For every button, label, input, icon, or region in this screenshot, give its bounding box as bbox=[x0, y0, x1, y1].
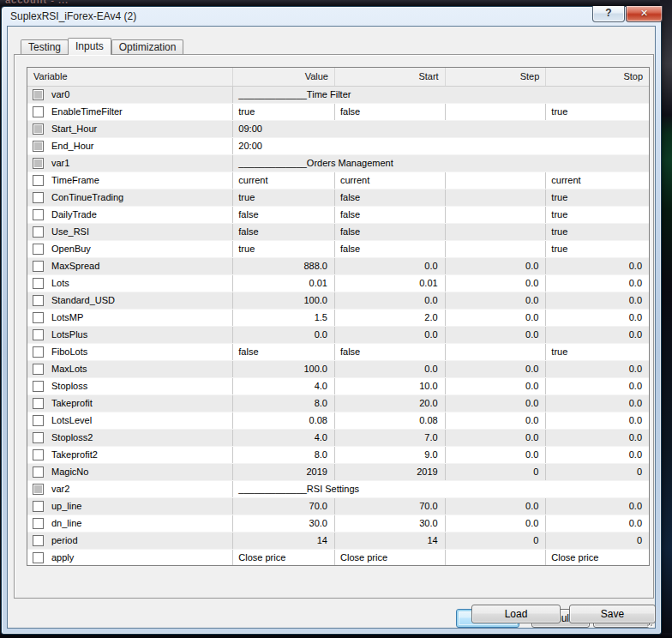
table-row-Standard_USD[interactable]: Standard_USD100.00.00.00.0 bbox=[27, 292, 649, 310]
optimize-checkbox[interactable] bbox=[33, 123, 44, 135]
table-row-Use_RSI[interactable]: Use_RSIfalsefalsetrue bbox=[27, 224, 649, 241]
start-cell[interactable]: 0.0 bbox=[334, 327, 445, 343]
step-cell[interactable]: 0.0 bbox=[445, 361, 546, 377]
value-cell[interactable]: 4.0 bbox=[232, 430, 334, 446]
table-row-MaxLots[interactable]: MaxLots100.00.00.00.0 bbox=[27, 361, 649, 378]
step-cell[interactable] bbox=[445, 207, 546, 223]
stop-cell[interactable]: 0.0 bbox=[545, 310, 649, 326]
table-row-Start_Hour[interactable]: Start_Hour09:00 bbox=[27, 121, 649, 138]
optimize-checkbox[interactable] bbox=[33, 158, 44, 169]
value-cell[interactable]: 2019 bbox=[232, 464, 334, 480]
start-cell[interactable]: false bbox=[334, 104, 445, 120]
start-cell[interactable]: false bbox=[334, 344, 445, 360]
start-cell[interactable]: false bbox=[334, 224, 445, 240]
table-row-EnableTimeFilter[interactable]: EnableTimeFiltertruefalsetrue bbox=[27, 104, 649, 121]
optimize-checkbox[interactable] bbox=[33, 209, 44, 220]
table-row-var2[interactable]: var2_____________RSI Settings bbox=[27, 481, 649, 498]
start-cell[interactable]: 2019 bbox=[334, 464, 445, 480]
optimize-checkbox[interactable] bbox=[33, 141, 44, 152]
start-cell[interactable]: false bbox=[334, 207, 445, 223]
optimize-checkbox[interactable] bbox=[33, 312, 44, 323]
stop-cell[interactable]: 0.0 bbox=[545, 378, 649, 394]
step-cell[interactable] bbox=[445, 550, 546, 566]
optimize-checkbox[interactable] bbox=[33, 449, 44, 460]
start-cell[interactable]: false bbox=[334, 190, 445, 206]
stop-cell[interactable]: 0.0 bbox=[545, 292, 649, 309]
step-cell[interactable]: 0.0 bbox=[445, 292, 546, 309]
step-cell[interactable] bbox=[445, 224, 546, 240]
stop-cell[interactable]: 0.0 bbox=[545, 395, 649, 412]
stop-cell[interactable]: 0.0 bbox=[545, 275, 649, 292]
optimize-checkbox[interactable] bbox=[33, 329, 44, 340]
header-cell-stop[interactable]: Stop bbox=[545, 68, 649, 86]
table-row-End_Hour[interactable]: End_Hour20:00 bbox=[27, 138, 649, 155]
step-cell[interactable]: 0.0 bbox=[445, 378, 546, 394]
value-cell[interactable]: 0.08 bbox=[232, 412, 334, 429]
start-cell[interactable]: 0.01 bbox=[334, 275, 445, 292]
optimize-checkbox[interactable] bbox=[33, 106, 44, 117]
value-cell[interactable]: 8.0 bbox=[232, 447, 334, 463]
close-button[interactable]: ✕ bbox=[626, 6, 663, 22]
stop-cell[interactable]: 0.0 bbox=[545, 327, 649, 343]
table-row-Stoploss2[interactable]: Stoploss24.07.00.00.0 bbox=[27, 430, 649, 447]
stop-cell[interactable]: true bbox=[545, 241, 649, 257]
stop-cell[interactable]: Close price bbox=[545, 550, 649, 566]
table-row-MagicNo[interactable]: MagicNo2019201900 bbox=[27, 464, 649, 481]
group-label-cell[interactable]: _____________Orders Management bbox=[232, 155, 649, 172]
value-cell[interactable]: 09:00 bbox=[232, 121, 649, 137]
tab-testing[interactable]: Testing bbox=[21, 39, 69, 55]
optimize-checkbox[interactable] bbox=[33, 346, 44, 358]
table-row-Takeprofit2[interactable]: Takeprofit28.09.00.00.0 bbox=[27, 447, 649, 464]
save-button[interactable]: Save bbox=[569, 605, 656, 623]
step-cell[interactable]: 0.0 bbox=[445, 498, 546, 515]
step-cell[interactable]: 0.0 bbox=[445, 515, 546, 532]
start-cell[interactable]: 30.0 bbox=[334, 515, 445, 532]
start-cell[interactable]: false bbox=[334, 241, 445, 257]
optimize-checkbox[interactable] bbox=[33, 295, 44, 306]
value-cell[interactable]: 100.0 bbox=[232, 292, 334, 309]
optimize-checkbox[interactable] bbox=[33, 466, 44, 478]
value-cell[interactable]: current bbox=[232, 172, 334, 189]
stop-cell[interactable]: 0.0 bbox=[545, 498, 649, 515]
step-cell[interactable]: 0.0 bbox=[445, 310, 546, 326]
stop-cell[interactable]: 0 bbox=[545, 533, 649, 549]
start-cell[interactable]: 2.0 bbox=[334, 310, 445, 326]
table-row-dn_line[interactable]: dn_line30.030.00.00.0 bbox=[27, 515, 649, 533]
table-row-OpenBuy[interactable]: OpenBuytruefalsetrue bbox=[27, 241, 649, 258]
value-cell[interactable]: true bbox=[232, 190, 334, 206]
stop-cell[interactable]: 0.0 bbox=[545, 412, 649, 429]
table-row-Stoploss[interactable]: Stoploss4.010.00.00.0 bbox=[27, 378, 649, 395]
optimize-checkbox[interactable] bbox=[33, 381, 44, 392]
optimize-checkbox[interactable] bbox=[33, 484, 44, 495]
step-cell[interactable]: 0.0 bbox=[445, 275, 546, 292]
table-row-Lots[interactable]: Lots0.010.010.00.0 bbox=[27, 275, 649, 292]
value-cell[interactable]: 30.0 bbox=[232, 515, 334, 532]
group-label-cell[interactable]: _____________Time Filter bbox=[232, 87, 649, 103]
value-cell[interactable]: 0.0 bbox=[232, 327, 334, 343]
header-cell-step[interactable]: Step bbox=[445, 68, 546, 86]
stop-cell[interactable]: 0.0 bbox=[545, 515, 649, 532]
step-cell[interactable]: 0.0 bbox=[445, 430, 546, 446]
step-cell[interactable] bbox=[445, 172, 546, 189]
step-cell[interactable]: 0.0 bbox=[445, 412, 546, 429]
group-label-cell[interactable]: _____________RSI Settings bbox=[232, 481, 649, 497]
start-cell[interactable]: 0.0 bbox=[334, 361, 445, 377]
step-cell[interactable]: 0.0 bbox=[445, 327, 546, 343]
step-cell[interactable]: 0.0 bbox=[445, 258, 546, 274]
step-cell[interactable]: 0.0 bbox=[445, 395, 546, 412]
header-cell-start[interactable]: Start bbox=[334, 68, 445, 86]
value-cell[interactable]: 1.5 bbox=[232, 310, 334, 326]
tab-inputs[interactable]: Inputs bbox=[68, 38, 111, 55]
value-cell[interactable]: 8.0 bbox=[232, 395, 334, 412]
stop-cell[interactable]: current bbox=[545, 172, 649, 189]
optimize-checkbox[interactable] bbox=[33, 192, 44, 203]
table-row-LotsLevel[interactable]: LotsLevel0.080.080.00.0 bbox=[27, 412, 649, 430]
tab-optimization[interactable]: Optimization bbox=[111, 39, 184, 55]
table-row-TimeFrame[interactable]: TimeFramecurrentcurrentcurrent bbox=[27, 172, 649, 190]
value-cell[interactable]: 70.0 bbox=[232, 498, 334, 515]
value-cell[interactable]: 4.0 bbox=[232, 378, 334, 394]
optimize-checkbox[interactable] bbox=[33, 226, 44, 238]
start-cell[interactable]: Close price bbox=[334, 550, 445, 566]
table-row-var1[interactable]: var1_____________Orders Management bbox=[27, 155, 649, 172]
optimize-checkbox[interactable] bbox=[33, 175, 44, 186]
